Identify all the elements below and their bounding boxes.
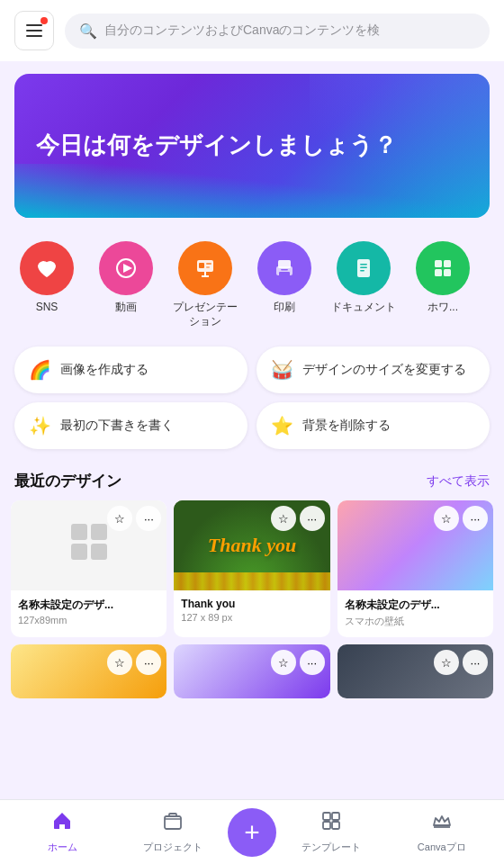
category-print[interactable]: 印刷 xyxy=(248,241,320,328)
category-more[interactable]: ホワ... xyxy=(407,241,479,328)
star-button-r2b[interactable]: ☆ xyxy=(271,650,296,675)
more-button-r2b[interactable]: ··· xyxy=(300,650,325,675)
rainbow-icon: 🌈 xyxy=(29,359,51,381)
svg-rect-22 xyxy=(71,544,87,560)
category-document[interactable]: ドキュメント xyxy=(328,241,400,328)
design-thumb-thankyou: ☆ ··· Thank you xyxy=(174,500,329,590)
svg-rect-14 xyxy=(360,267,367,269)
star-button-r2a[interactable]: ☆ xyxy=(107,650,132,675)
more-button-thankyou[interactable]: ··· xyxy=(300,506,325,531)
star-button-wallpaper[interactable]: ☆ xyxy=(434,506,459,531)
recent-section-header: 最近のデザイン すべて表示 xyxy=(0,456,504,500)
sparkle-icon: ✨ xyxy=(29,415,51,436)
quick-actions: 🌈 画像を作成する 🥁 デザインのサイズを変更する ✨ 最初の下書きを書く ⭐ … xyxy=(0,339,504,456)
nav-projects[interactable]: プロジェクト xyxy=(118,810,229,854)
svg-rect-10 xyxy=(279,272,290,277)
svg-rect-15 xyxy=(360,270,364,272)
svg-rect-28 xyxy=(332,822,339,829)
presentation-icon xyxy=(178,241,232,295)
design-info-thankyou: Thank you 127 x 89 px xyxy=(174,590,329,632)
category-video[interactable]: 動画 xyxy=(90,241,162,328)
document-label: ドキュメント xyxy=(331,301,396,315)
create-image-button[interactable]: 🌈 画像を作成する xyxy=(14,346,248,393)
star-button-r2c[interactable]: ☆ xyxy=(434,650,459,675)
templates-icon xyxy=(320,810,342,837)
design-card-wallpaper[interactable]: ☆ ··· 名称未設定のデザ... スマホの壁紙 xyxy=(338,500,493,637)
nav-templates[interactable]: テンプレート xyxy=(276,810,387,854)
video-label: 動画 xyxy=(115,301,137,315)
templates-label: テンプレート xyxy=(302,841,361,854)
resize-label: デザインのサイズを変更する xyxy=(302,362,466,378)
home-label: ホーム xyxy=(48,841,77,854)
svg-rect-20 xyxy=(71,524,87,540)
document-icon xyxy=(337,241,391,295)
design-name-wallpaper: 名称未設定のデザ... xyxy=(345,598,486,613)
more-button-r2a[interactable]: ··· xyxy=(136,650,161,675)
card-actions-thankyou: ☆ ··· xyxy=(271,506,325,531)
more-button-r2c[interactable]: ··· xyxy=(463,650,488,675)
drum-icon: 🥁 xyxy=(271,359,293,381)
see-all-link[interactable]: すべて表示 xyxy=(427,473,490,490)
card-actions-r2b: ☆ ··· xyxy=(271,650,325,675)
canva-pro-label: Canvaプロ xyxy=(418,841,466,854)
search-bar[interactable]: 🔍 自分のコンテンツおよびCanvaのコンテンツを検 xyxy=(65,14,490,49)
card-actions-r2a: ☆ ··· xyxy=(107,650,161,675)
remove-bg-button[interactable]: ⭐ 背景を削除する xyxy=(256,402,490,449)
search-icon: 🔍 xyxy=(79,22,97,40)
design-name-blank1: 名称未設定のデザ... xyxy=(18,598,159,613)
bottom-nav: ホーム プロジェクト + テンプレート xyxy=(0,799,504,864)
design-card-partial-1[interactable]: ☆ ··· xyxy=(11,644,166,698)
category-presentation[interactable]: プレゼンテーション xyxy=(169,241,241,328)
more-button-wallpaper[interactable]: ··· xyxy=(463,506,488,531)
categories-row: SNS 動画 プレゼンテーション xyxy=(0,230,504,339)
designs-grid-row2: ☆ ··· ☆ ··· ☆ ··· xyxy=(0,637,504,770)
design-card-partial-2[interactable]: ☆ ··· xyxy=(174,644,329,698)
category-sns[interactable]: SNS xyxy=(11,241,83,328)
more-icon xyxy=(416,241,470,295)
draft-button[interactable]: ✨ 最初の下書きを書く xyxy=(14,402,248,449)
nav-home[interactable]: ホーム xyxy=(7,810,118,854)
more-button-blank1[interactable]: ··· xyxy=(136,506,161,531)
card-actions-blank1: ☆ ··· xyxy=(107,506,161,531)
star-button-blank1[interactable]: ☆ xyxy=(107,506,132,531)
remove-bg-label: 背景を削除する xyxy=(302,418,391,434)
design-thumb-wallpaper: ☆ ··· xyxy=(338,500,493,590)
design-card-partial-3[interactable]: ☆ ··· xyxy=(338,644,493,698)
star-icon: ⭐ xyxy=(271,415,293,436)
partial-thumb-3: ☆ ··· xyxy=(338,644,493,698)
designs-grid: ☆ ··· 名称未設定のデザ... 127x89mm ☆ ··· xyxy=(0,500,504,637)
design-thumb-blank1: ☆ ··· xyxy=(11,500,166,590)
search-placeholder: 自分のコンテンツおよびCanvaのコンテンツを検 xyxy=(104,22,380,39)
flower-decoration xyxy=(174,572,329,590)
svg-rect-25 xyxy=(323,813,330,820)
svg-rect-26 xyxy=(332,813,339,820)
nav-plus-button[interactable]: + xyxy=(228,808,276,857)
hamburger-icon xyxy=(26,24,42,37)
design-info-wallpaper: 名称未設定のデザ... スマホの壁紙 xyxy=(338,590,493,637)
svg-rect-19 xyxy=(444,269,451,276)
projects-label: プロジェクト xyxy=(143,841,202,854)
star-button-thankyou[interactable]: ☆ xyxy=(271,506,296,531)
design-card-blank1[interactable]: ☆ ··· 名称未設定のデザ... 127x89mm xyxy=(11,500,166,637)
print-label: 印刷 xyxy=(274,301,295,315)
card-actions-wallpaper: ☆ ··· xyxy=(434,506,488,531)
draft-label: 最初の下書きを書く xyxy=(60,418,174,434)
svg-rect-16 xyxy=(435,260,442,267)
video-icon xyxy=(99,241,153,295)
svg-rect-23 xyxy=(91,544,107,560)
blank-placeholder-icon xyxy=(68,520,111,571)
svg-marker-1 xyxy=(123,264,132,273)
design-size-blank1: 127x89mm xyxy=(18,615,159,626)
svg-rect-27 xyxy=(323,822,330,829)
nav-canva-pro[interactable]: Canvaプロ xyxy=(387,810,498,854)
design-card-thankyou[interactable]: ☆ ··· Thank you Thank you 127 x 89 px xyxy=(174,500,329,637)
svg-rect-4 xyxy=(206,263,212,265)
partial-thumb-1: ☆ ··· xyxy=(11,644,166,698)
svg-rect-11 xyxy=(281,269,288,271)
banner[interactable]: 今日は何をデザインしましょう？ xyxy=(14,74,490,218)
design-name-thankyou: Thank you xyxy=(181,598,322,610)
sns-icon xyxy=(20,241,74,295)
sns-label: SNS xyxy=(36,301,58,315)
resize-button[interactable]: 🥁 デザインのサイズを変更する xyxy=(256,346,490,393)
menu-button[interactable] xyxy=(14,11,54,50)
